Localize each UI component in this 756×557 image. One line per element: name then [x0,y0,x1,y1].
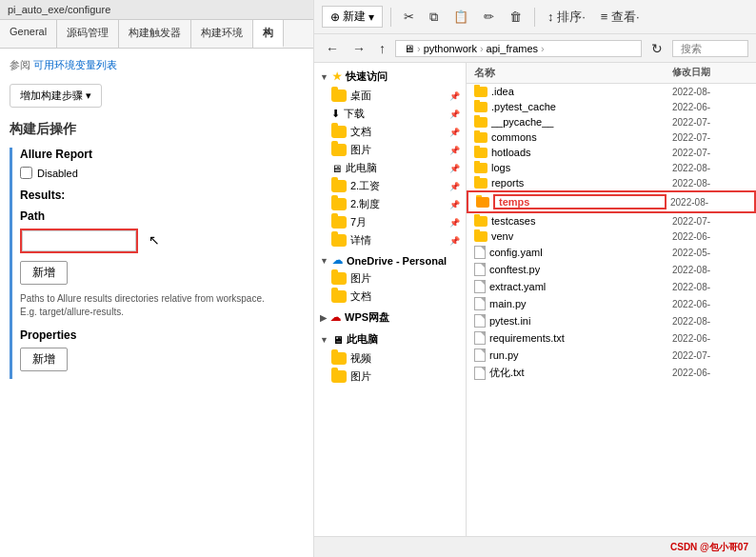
file-name: testcases [491,215,668,227]
nav-onedrive-docs[interactable]: 文档 [314,288,466,306]
expand-icon: ▶ [320,313,327,323]
file-row[interactable]: main.py2022-06- [467,295,756,312]
pin-icon: 📌 [449,146,460,155]
file-row[interactable]: testcases2022-07- [467,213,756,229]
breadcrumb: 🖥 › pythonwork › api_frames › [395,40,642,57]
view-button[interactable]: ≡ 查看· [596,7,645,28]
quick-access-section: ▼ ★ 快速访问 桌面 📌 ⬇ 下载 📌 文档 📌 [314,67,466,249]
onedrive-header[interactable]: ▼ ☁ OneDrive - Personal [314,251,466,269]
left-panel: pi_auto_exe/configure General 源码管理 构建触发器… [0,0,314,557]
add-step-button[interactable]: 增加构建步骤 ▾ [10,84,102,108]
expand-icon: ▼ [320,72,328,82]
forward-button[interactable]: → [348,40,369,57]
file-row[interactable]: venv2022-06- [467,229,756,244]
folder-icon [474,178,487,189]
file-list: 名称 修改日期 .idea2022-08-.pytest_cache2022-0… [467,63,756,536]
breadcrumb-pythonwork[interactable]: pythonwork [424,43,477,54]
nav-item-pictures[interactable]: 图片 📌 [314,141,466,159]
cursor-icon: ↖ [149,232,160,248]
expand-icon: ▼ [320,335,328,345]
file-date: 2022-07- [672,117,748,128]
up-button[interactable]: ↑ [375,40,389,57]
window-title: pi_auto_exe/configure [0,0,313,20]
nav-onedrive-pictures[interactable]: 图片 [314,269,466,288]
path-input[interactable]: temps [22,230,136,251]
nav-item-desktop[interactable]: 桌面 📌 [314,87,466,105]
plus-icon: ⊕ [330,10,340,24]
file-row[interactable]: .pytest_cache2022-06- [467,99,756,114]
allure-report-label: Allure Report [20,148,304,161]
file-row[interactable]: reports2022-08- [467,175,756,190]
wps-header[interactable]: ▶ ☁ WPS网盘 [314,308,466,328]
thispc-header[interactable]: ▼ 🖥 此电脑 [314,329,466,349]
paste-button[interactable]: 📋 [448,8,473,26]
file-date: 2022-08- [672,265,748,275]
file-row[interactable]: pytest.ini2022-08- [467,312,756,329]
file-list-header: 名称 修改日期 [467,63,756,84]
csdn-badge: CSDN @包小哥07 [670,541,748,554]
file-row[interactable]: conftest.py2022-08- [467,261,756,278]
tab-source[interactable]: 源码管理 [57,20,119,48]
search-input[interactable] [672,40,748,57]
nav-item-detail[interactable]: 详情 📌 [314,231,466,249]
nav-thispc-video[interactable]: 视频 [314,349,466,368]
file-row[interactable]: hotloads2022-07- [467,145,756,160]
tab-trigger[interactable]: 构建触发器 [119,20,191,48]
file-date: 2022-06- [672,368,748,378]
folder-icon [474,102,487,112]
file-icon [474,314,486,328]
nav-item-computer[interactable]: 🖥 此电脑 📌 [314,159,466,177]
file-row[interactable]: commons2022-07- [467,129,756,145]
file-row[interactable]: temps2022-08- [467,190,756,213]
disabled-checkbox[interactable] [20,167,32,179]
new-button[interactable]: ⊕ 新建 ▾ [322,6,383,28]
file-row[interactable]: requirements.txt2022-06- [467,329,756,347]
col-name-header: 名称 [474,66,672,80]
rename-button[interactable]: ✏ [479,8,499,26]
folder-icon [331,272,347,285]
results-label: Results: [20,189,304,202]
quick-access-label: 快速访问 [346,70,388,84]
tab-env[interactable]: 构建环境 [191,20,253,48]
cut-button[interactable]: ✂ [399,8,419,26]
file-row[interactable]: extract.yaml2022-08- [467,278,756,295]
add-new-button[interactable]: 新增 [20,261,68,285]
file-icon [474,246,486,259]
file-row[interactable]: config.yaml2022-05- [467,244,756,261]
tab-build[interactable]: 构 [253,20,284,48]
delete-button[interactable]: 🗑 [505,8,527,26]
file-row[interactable]: logs2022-08- [467,160,756,175]
file-icon [474,367,486,380]
nav-thispc-pictures[interactable]: 图片 [314,368,466,386]
nav-item-system[interactable]: 2.制度 📌 [314,195,466,213]
back-button[interactable]: ← [322,40,343,57]
copy-button[interactable]: ⧉ [425,8,443,27]
breadcrumb-api-frames[interactable]: api_frames [487,43,538,54]
refresh-button[interactable]: ↻ [647,40,666,57]
file-row[interactable]: run.py2022-07- [467,347,756,364]
file-row[interactable]: __pycache__2022-07- [467,114,756,129]
file-date: 2022-08- [672,178,748,189]
properties-add-button[interactable]: 新增 [20,348,68,371]
file-name: hotloads [491,147,668,158]
file-row[interactable]: .idea2022-08- [467,84,756,99]
folder-icon [474,148,487,158]
quick-access-header[interactable]: ▼ ★ 快速访问 [314,67,466,87]
file-row[interactable]: 优化.txt2022-06- [467,364,756,382]
nav-item-salary[interactable]: 2.工资 📌 [314,177,466,195]
pin-icon: 📌 [449,164,460,173]
download-icon: ⬇ [331,108,340,120]
file-date: 2022-08- [672,282,748,292]
tab-general[interactable]: General [0,20,57,48]
env-link[interactable]: 可用环境变量列表 [33,59,117,70]
folder-icon [331,198,347,210]
onedrive-label: OneDrive - Personal [347,255,447,267]
nav-item-july[interactable]: 7月 📌 [314,213,466,231]
sort-button[interactable]: ↕ 排序· [543,7,590,28]
folder-icon [331,216,347,229]
nav-item-documents[interactable]: 文档 📌 [314,123,466,141]
file-icon [474,263,486,276]
file-date: 2022-08- [670,197,746,208]
pin-icon: 📌 [449,218,460,228]
nav-item-download[interactable]: ⬇ 下载 📌 [314,105,466,123]
